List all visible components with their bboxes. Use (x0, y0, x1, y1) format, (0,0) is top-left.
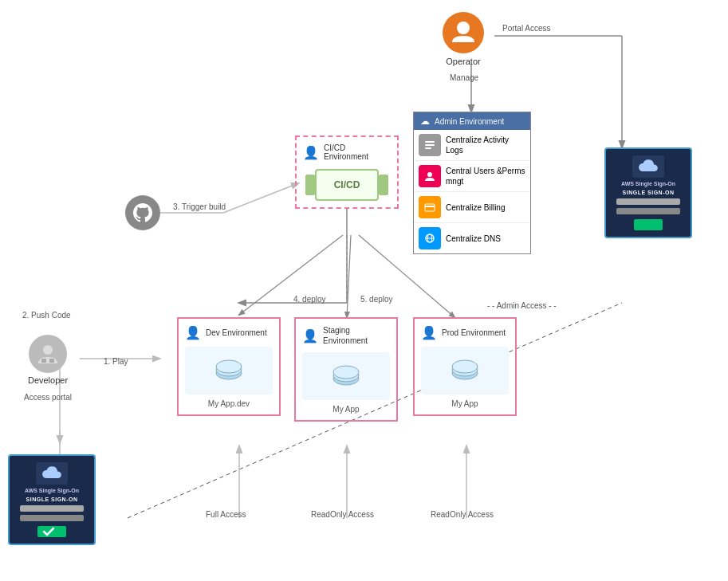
sso-main-title: SINGLE SIGN-ON (623, 190, 675, 195)
prod-env-header: 👤 Prod Environment (421, 325, 509, 340)
portal-access-label: Portal Access (502, 24, 551, 33)
admin-access-label: - - Admin Access - - (485, 301, 559, 310)
sso-brand-label: AWS Single Sign-On (621, 181, 675, 186)
svg-line-12 (347, 235, 351, 317)
step2-label: 2. Push Code (22, 311, 71, 320)
cicd-env-box: 👤 CI/CD Environment CI/CD (295, 135, 399, 209)
prod-app-icon-area (421, 347, 509, 395)
staging-env-box: 👤 Staging Environment My App (294, 317, 398, 422)
dev-person-icon: 👤 (185, 325, 201, 340)
dev-app-icon-area (185, 347, 273, 395)
service-row-logs: Centralize Activity Logs (414, 130, 530, 161)
svg-rect-24 (425, 204, 435, 211)
svg-rect-21 (425, 144, 435, 146)
manage-label: Manage (450, 73, 478, 82)
svg-rect-25 (425, 206, 435, 207)
svg-point-34 (333, 366, 359, 379)
readonly-staging-label: ReadOnly Access (311, 510, 374, 519)
staging-app-icon-area (302, 352, 390, 400)
svg-point-23 (427, 172, 432, 177)
admin-env-box: ☁ Admin Environment Centralize Activity … (413, 112, 531, 254)
billing-icon-box (419, 196, 441, 218)
logs-icon-box (419, 134, 441, 156)
step1-label: 1. Play (104, 357, 128, 366)
admin-access-text: Admin Access (497, 301, 547, 310)
github-icon (125, 195, 160, 230)
cicd-pipe-left (305, 175, 315, 195)
logs-service-label: Centralize Activity Logs (446, 135, 525, 155)
cloud-icon: ☁ (420, 116, 430, 127)
cicd-env-header: 👤 CI/CD Environment (303, 143, 391, 161)
prod-person-icon: 👤 (421, 325, 437, 340)
sso-portal-box-2: AWS Single Sign-On SINGLE SIGN-ON (8, 454, 96, 545)
sso-box-bottomleft: AWS Single Sign-On SINGLE SIGN-ON (8, 454, 96, 545)
step3-label: 3. Trigger build (173, 202, 226, 211)
sso-cloud-icon (632, 155, 664, 178)
operator-label: Operator (446, 57, 480, 66)
dev-env-box: 👤 Dev Environment My App.dev (177, 317, 281, 416)
cicd-person-icon: 👤 (303, 145, 319, 160)
dns-service-label: Centralize DNS (446, 234, 501, 244)
svg-point-19 (457, 22, 470, 34)
prod-app-label: My App (421, 399, 509, 408)
cicd-label: CI/CD (334, 179, 360, 190)
sso-portal-box: AWS Single Sign-On SINGLE SIGN-ON (604, 147, 692, 238)
operator-box: Operator (443, 12, 484, 66)
service-row-billing: Centralize Billing (414, 192, 530, 223)
cicd-box: CI/CD (315, 169, 379, 201)
sso-cloud-icon-2 (36, 462, 68, 485)
github-box (125, 195, 160, 230)
staging-env-title: Staging Environment (323, 325, 390, 346)
sso-username-field-2[interactable] (20, 505, 84, 512)
billing-service-label: Centralize Billing (446, 202, 505, 213)
users-icon-box (419, 165, 441, 187)
operator-icon (443, 12, 484, 53)
prod-env-box: 👤 Prod Environment My App (413, 317, 517, 416)
sso-username-field[interactable] (616, 198, 680, 205)
svg-line-7 (223, 183, 298, 213)
sso-brand-label-2: AWS Single Sign-On (25, 488, 79, 493)
dev-env-title: Dev Environment (206, 328, 267, 338)
svg-rect-20 (425, 141, 435, 143)
cicd-env-title: CI/CD Environment (324, 143, 391, 161)
svg-rect-39 (41, 359, 46, 363)
users-service-label: Central Users &Perms mngt (446, 166, 525, 186)
sso-login-button-2[interactable] (37, 526, 66, 537)
step4-label: 4. deploy (293, 295, 326, 304)
dev-app-label: My App.dev (185, 399, 273, 408)
staging-person-icon: 👤 (302, 328, 318, 343)
sso-main-title-2: SINGLE SIGN-ON (26, 497, 78, 502)
admin-env-header: ☁ Admin Environment (414, 112, 530, 130)
developer-icon (29, 335, 67, 373)
sso-box-topright: AWS Single Sign-On SINGLE SIGN-ON (604, 147, 692, 238)
staging-env-header: 👤 Staging Environment (302, 325, 390, 346)
cicd-pipe-right (379, 175, 388, 195)
developer-box: Developer Access portal (24, 335, 72, 402)
dns-icon-box (419, 227, 441, 249)
sso-login-button[interactable] (634, 219, 663, 230)
developer-label: Developer (28, 375, 68, 385)
step5-label: 5. deploy (360, 295, 393, 304)
dev-env-header: 👤 Dev Environment (185, 325, 273, 340)
svg-rect-22 (425, 147, 431, 149)
full-access-label: Full Access (206, 510, 246, 519)
svg-point-37 (452, 360, 478, 373)
access-portal-label: Access portal (24, 393, 72, 402)
service-row-dns: Centralize DNS (414, 223, 530, 253)
staging-app-label: My App (302, 405, 390, 414)
svg-rect-40 (49, 359, 54, 363)
readonly-prod-label: ReadOnly Access (431, 510, 494, 519)
sso-password-field-2[interactable] (20, 515, 84, 521)
prod-env-title: Prod Environment (442, 328, 506, 338)
admin-env-title: Admin Environment (435, 117, 504, 126)
svg-line-11 (239, 235, 343, 315)
svg-point-38 (43, 345, 53, 355)
svg-point-31 (216, 360, 242, 373)
sso-password-field[interactable] (616, 208, 680, 214)
service-row-users: Central Users &Perms mngt (414, 161, 530, 192)
